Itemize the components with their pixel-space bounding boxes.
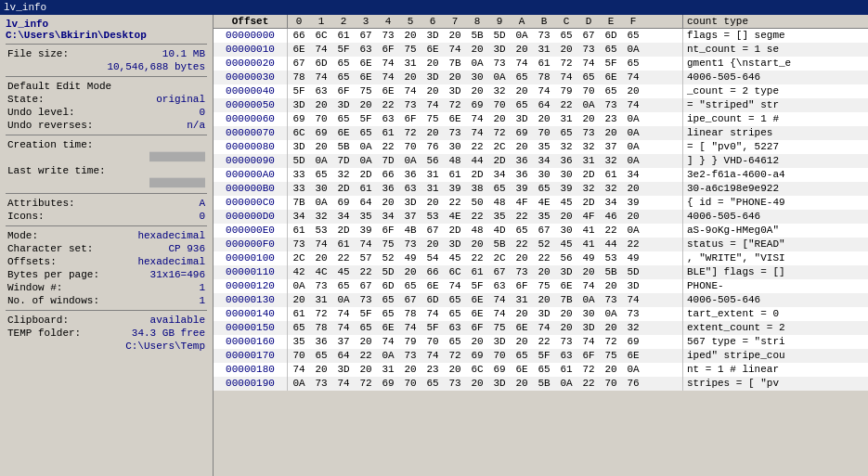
hex-byte[interactable]: 36 bbox=[310, 335, 332, 349]
hex-byte[interactable]: 70 bbox=[488, 98, 511, 112]
hex-byte[interactable]: 5B bbox=[488, 238, 511, 251]
hex-row[interactable]: 00000020676D656E7431207B0A73746172745F65… bbox=[214, 57, 868, 71]
hex-byte[interactable]: 2D bbox=[466, 168, 488, 182]
hex-byte[interactable]: 30 bbox=[577, 307, 600, 321]
hex-byte[interactable]: 73 bbox=[399, 349, 421, 363]
hex-byte[interactable]: 0A bbox=[355, 154, 377, 168]
hex-byte[interactable]: 6C bbox=[288, 126, 310, 140]
hex-byte[interactable]: 22 bbox=[533, 335, 555, 349]
hex-byte[interactable]: 3D bbox=[555, 265, 577, 279]
hex-byte[interactable]: 22 bbox=[622, 238, 644, 251]
hex-byte[interactable]: 56 bbox=[555, 251, 577, 265]
hex-byte[interactable]: 65 bbox=[332, 279, 355, 293]
hex-byte[interactable]: 75 bbox=[600, 349, 622, 363]
hex-byte[interactable]: 54 bbox=[421, 251, 444, 265]
hex-byte[interactable]: 20 bbox=[488, 112, 511, 126]
hex-byte[interactable]: 20 bbox=[466, 43, 488, 57]
hex-byte[interactable]: 22 bbox=[377, 140, 399, 154]
hex-byte[interactable]: 45 bbox=[555, 238, 577, 251]
hex-byte[interactable]: 38 bbox=[466, 182, 488, 196]
hex-byte[interactable]: 37 bbox=[399, 210, 421, 224]
hex-byte[interactable]: 41 bbox=[577, 224, 600, 238]
hex-byte[interactable]: 6F bbox=[332, 84, 355, 98]
hex-byte[interactable]: 61 bbox=[332, 238, 355, 251]
hex-byte[interactable]: 42 bbox=[288, 265, 310, 279]
hex-byte[interactable]: 6E bbox=[622, 349, 644, 363]
hex-byte[interactable]: 20 bbox=[444, 71, 466, 84]
hex-byte[interactable]: 20 bbox=[555, 321, 577, 335]
hex-byte[interactable]: 53 bbox=[600, 251, 622, 265]
hex-byte[interactable]: 0A bbox=[377, 349, 399, 363]
hex-byte[interactable]: 61 bbox=[377, 126, 399, 140]
hex-byte[interactable]: 69 bbox=[377, 377, 399, 391]
hex-row[interactable]: 0000013020310A7365676D656E7431207B0A7374… bbox=[214, 293, 868, 307]
hex-byte[interactable]: 75 bbox=[488, 321, 511, 335]
hex-byte[interactable]: 64 bbox=[332, 349, 355, 363]
hex-byte[interactable]: 4F bbox=[577, 210, 600, 224]
hex-byte[interactable]: 20 bbox=[421, 84, 444, 98]
hex-byte[interactable]: 5F bbox=[355, 112, 377, 126]
hex-byte[interactable]: 45 bbox=[332, 265, 355, 279]
hex-byte[interactable]: 0A bbox=[288, 377, 310, 391]
hex-byte[interactable]: 32 bbox=[600, 182, 622, 196]
hex-byte[interactable]: 30 bbox=[555, 224, 577, 238]
hex-byte[interactable]: 6E bbox=[444, 112, 466, 126]
hex-row[interactable]: 000000803D205B0A22707630222C20353232370A… bbox=[214, 140, 868, 154]
hex-byte[interactable]: 20 bbox=[533, 112, 555, 126]
hex-byte[interactable]: 32 bbox=[600, 154, 622, 168]
hex-byte[interactable]: 74 bbox=[399, 321, 421, 335]
hex-byte[interactable]: 20 bbox=[511, 140, 533, 154]
hex-byte[interactable]: 22 bbox=[355, 265, 377, 279]
hex-row[interactable]: 000000106E745F636F756E74203D20312073650A… bbox=[214, 43, 868, 57]
hex-row[interactable]: 000001002C20225752495445222C202256495349… bbox=[214, 251, 868, 265]
hex-byte[interactable]: 72 bbox=[310, 307, 332, 321]
hex-byte[interactable]: 74 bbox=[399, 84, 421, 98]
hex-byte[interactable]: 3D bbox=[288, 140, 310, 154]
hex-byte[interactable]: 74 bbox=[622, 71, 644, 84]
hex-byte[interactable]: 22 bbox=[355, 349, 377, 363]
hex-byte[interactable]: 5D bbox=[377, 265, 399, 279]
hex-byte[interactable]: 37 bbox=[600, 140, 622, 154]
hex-byte[interactable]: 20 bbox=[466, 335, 488, 349]
hex-byte[interactable]: 69 bbox=[310, 126, 332, 140]
hex-byte[interactable]: 0A bbox=[555, 377, 577, 391]
hex-row[interactable]: 000000905D0A7D0A7D0A5648442D36343631320A… bbox=[214, 154, 868, 168]
hex-byte[interactable]: 22 bbox=[377, 98, 399, 112]
hex-byte[interactable]: 69 bbox=[332, 196, 355, 210]
hex-byte[interactable]: 6F bbox=[399, 112, 421, 126]
hex-byte[interactable]: 74 bbox=[421, 98, 444, 112]
hex-byte[interactable]: 61 bbox=[332, 29, 355, 43]
hex-byte[interactable]: 36 bbox=[511, 154, 533, 168]
hex-byte[interactable]: 20 bbox=[310, 251, 332, 265]
hex-byte[interactable]: 34 bbox=[288, 210, 310, 224]
hex-byte[interactable]: 6F bbox=[377, 224, 399, 238]
hex-byte[interactable]: 70 bbox=[577, 84, 600, 98]
hex-byte[interactable]: 20 bbox=[288, 293, 310, 307]
hex-byte[interactable]: 20 bbox=[600, 363, 622, 377]
hex-byte[interactable]: 34 bbox=[488, 168, 511, 182]
hex-byte[interactable]: 2D bbox=[577, 196, 600, 210]
hex-byte[interactable]: 32 bbox=[332, 168, 355, 182]
hex-byte[interactable]: 6E bbox=[332, 126, 355, 140]
hex-byte[interactable]: 20 bbox=[310, 363, 332, 377]
hex-byte[interactable]: 20 bbox=[310, 140, 332, 154]
hex-byte[interactable]: 7D bbox=[332, 154, 355, 168]
hex-byte[interactable]: 22 bbox=[555, 98, 577, 112]
hex-byte[interactable]: 20 bbox=[533, 293, 555, 307]
hex-row[interactable]: 000000C07B0A6964203D202250484F4E452D3439… bbox=[214, 196, 868, 210]
hex-byte[interactable]: 36 bbox=[511, 168, 533, 182]
hex-byte[interactable]: 6E bbox=[466, 293, 488, 307]
hex-byte[interactable]: 73 bbox=[533, 29, 555, 43]
hex-byte[interactable]: 20 bbox=[577, 112, 600, 126]
hex-byte[interactable]: 20 bbox=[444, 363, 466, 377]
hex-row[interactable]: 000000F0737461747573203D205B225245414422… bbox=[214, 238, 868, 251]
hex-byte[interactable]: 73 bbox=[399, 238, 421, 251]
hex-byte[interactable]: 74 bbox=[466, 126, 488, 140]
hex-byte[interactable]: 4E bbox=[533, 196, 555, 210]
hex-byte[interactable]: 5F bbox=[600, 57, 622, 71]
hex-byte[interactable]: 5D bbox=[288, 154, 310, 168]
hex-byte[interactable]: 65 bbox=[600, 43, 622, 57]
hex-byte[interactable]: 48 bbox=[444, 154, 466, 168]
hex-byte[interactable]: 48 bbox=[488, 196, 511, 210]
hex-byte[interactable]: 5F bbox=[288, 84, 310, 98]
